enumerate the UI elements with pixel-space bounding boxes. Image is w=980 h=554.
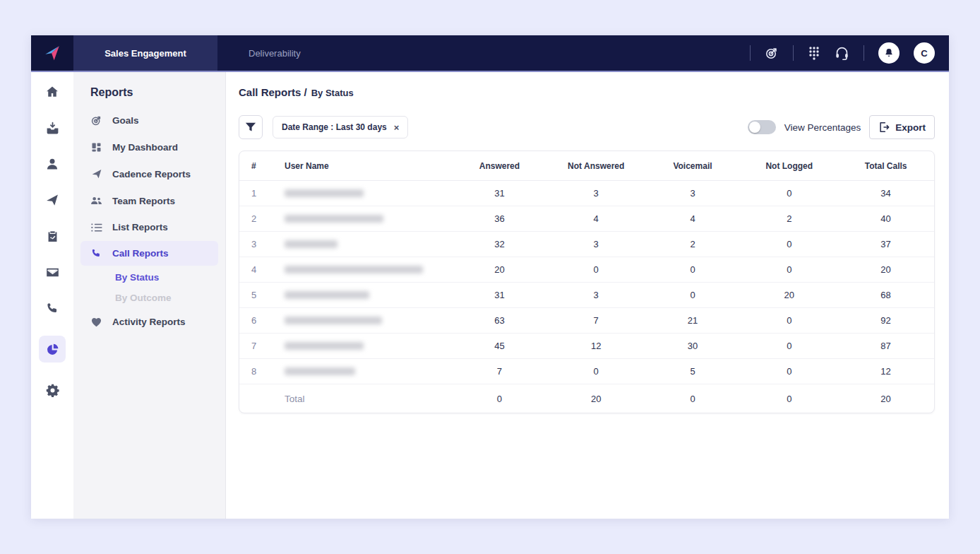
sidebar-item-list-reports[interactable]: List Reports [80,215,218,240]
rail-cadence-send-icon[interactable] [39,191,66,208]
voicemail-cell: 0 [645,264,741,275]
sidebar-item-label: Activity Reports [112,317,186,327]
sidebar-item-my-dashboard[interactable]: My Dashboard [80,135,218,160]
sidebar-item-label: My Dashboard [112,142,178,153]
rail-contacts-person-icon[interactable] [39,155,66,172]
redacted-user-name [285,367,355,375]
filter-chip-label: Date Range : Last 30 days [282,122,387,132]
answered-cell: 45 [451,341,548,351]
column-header-not-answered[interactable]: Not Answered [548,161,645,171]
top-navigation-bar: Sales Engagement Deliverability [31,35,949,72]
headset-icon[interactable] [835,46,849,61]
phone-icon [90,248,102,259]
not-logged-cell: 0 [741,188,837,199]
sidebar-item-activity-reports[interactable]: Activity Reports [80,310,218,334]
total-calls-cell: 40 [837,213,934,224]
row-index: 3 [239,239,273,249]
total-voicemail: 0 [645,394,741,404]
rail-email-envelope-icon[interactable] [39,264,66,281]
sidebar-item-cadence-reports[interactable]: Cadence Reports [80,161,218,187]
table-body: 1313303423644240332320374200002053130206… [239,181,934,384]
rail-calls-phone-icon[interactable] [39,300,66,317]
redacted-user-name [285,215,383,223]
sidebar-item-goals[interactable]: Goals [80,107,218,134]
toggle-knob [749,122,760,133]
funnel-icon [245,122,256,133]
answered-cell: 63 [451,315,548,326]
filter-button[interactable] [239,115,263,139]
voicemail-cell: 0 [645,290,741,300]
total-not-logged: 0 [741,394,837,404]
row-index: 7 [239,341,273,351]
user-name-cell [273,266,451,273]
table-row: 23644240 [239,206,934,232]
total-answered: 0 [451,394,548,404]
date-range-filter-chip[interactable]: Date Range : Last 30 days × [273,116,408,138]
app-logo[interactable] [31,35,73,71]
total-not-answered: 20 [548,394,645,404]
rail-settings-gear-icon[interactable] [39,382,66,399]
rail-reports-pie-chart-icon[interactable] [39,336,66,363]
not-answered-cell: 3 [548,290,645,300]
sidebar-item-team-reports[interactable]: Team Reports [80,188,218,213]
view-percentages-label: View Percentages [784,122,861,133]
not-logged-cell: 0 [741,239,837,249]
rail-inbox-tray-icon[interactable] [39,119,66,136]
not-answered-cell: 3 [548,239,645,249]
sidebar-subitem-by-outcome[interactable]: By Outcome [73,288,225,308]
total-calls-cell: 34 [837,188,934,199]
voicemail-cell: 5 [645,366,741,377]
sidebar-item-call-reports[interactable]: Call Reports [80,241,218,266]
goal-target-icon[interactable] [765,46,779,60]
not-answered-cell: 3 [548,188,645,199]
column-header-index[interactable]: # [239,161,273,171]
column-header-total-calls[interactable]: Total Calls [837,161,934,171]
rail-tasks-clipboard-icon[interactable] [39,228,66,244]
paper-plane-logo-icon [43,44,61,62]
topbar-divider [864,45,864,61]
answered-cell: 31 [451,290,548,300]
dialpad-icon[interactable] [808,46,820,60]
column-header-voicemail[interactable]: Voicemail [645,161,741,171]
answered-cell: 32 [451,239,548,249]
redacted-user-name [285,317,382,324]
tab-sales-engagement[interactable]: Sales Engagement [73,35,217,71]
sidebar-subitem-by-status[interactable]: By Status [73,267,225,288]
reports-sidebar: Reports Goals [73,72,226,519]
redacted-user-name [285,266,423,273]
app-window: Sales Engagement Deliverability [31,35,949,519]
total-calls-cell: 37 [837,239,934,249]
redacted-user-name [285,189,364,197]
row-index: 5 [239,290,273,300]
voicemail-cell: 21 [645,315,741,326]
column-header-answered[interactable]: Answered [451,161,548,171]
tab-deliverability-label: Deliverability [249,48,301,59]
export-button[interactable]: Export [869,115,935,139]
not-logged-cell: 0 [741,366,837,377]
dashboard-grid-icon [90,142,102,153]
table-total-row: Total 0 20 0 0 20 [239,384,934,413]
answered-cell: 31 [451,188,548,199]
topbar-divider [750,45,751,61]
not-logged-cell: 20 [741,290,837,300]
view-percentages-toggle[interactable] [748,120,776,134]
sidebar-item-label: Call Reports [112,248,169,259]
redacted-user-name [285,342,364,350]
left-icon-rail [31,72,73,519]
user-name-cell [273,240,451,248]
user-avatar[interactable]: C [914,42,935,64]
column-header-user-name[interactable]: User Name [273,161,451,171]
redacted-user-name [285,240,337,248]
main-content: Call Reports / By Status Date Range : La… [226,72,949,519]
sidebar-subitem-label: By Status [115,272,159,283]
topbar-divider [793,45,794,61]
row-index: 4 [239,264,273,275]
rail-home-icon[interactable] [39,83,66,100]
answered-cell: 20 [451,264,548,275]
notification-bell-icon[interactable] [878,42,900,64]
column-header-not-logged[interactable]: Not Logged [741,161,837,171]
tab-deliverability[interactable]: Deliverability [217,35,301,71]
table-row: 8705012 [239,359,934,384]
chip-close-icon[interactable]: × [394,123,400,132]
total-total-calls: 20 [837,394,934,404]
